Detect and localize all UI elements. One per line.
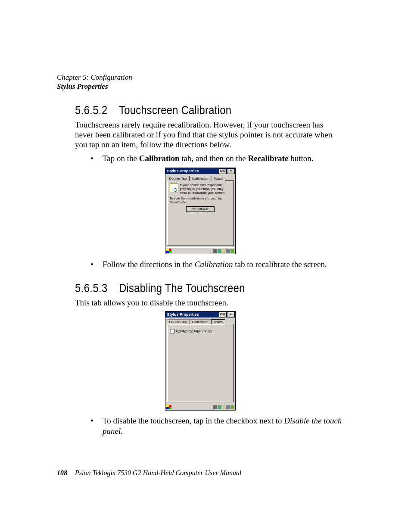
- term-calibration: Calibration: [139, 154, 180, 163]
- subsection-title: Touchscreen Calibration: [119, 104, 231, 117]
- stylus-properties-dialog-touch: Stylus Properties OK × Double-Tap Calibr…: [165, 311, 236, 411]
- system-tray: [213, 405, 234, 409]
- ok-button[interactable]: OK: [219, 168, 227, 174]
- tray-icon[interactable]: [222, 405, 226, 409]
- term-recalibrate: Recalibrate: [248, 154, 288, 163]
- bullet-item: Follow the directions in the Calibration…: [90, 259, 343, 270]
- system-tray: [213, 249, 234, 253]
- close-button[interactable]: ×: [227, 168, 235, 174]
- subsection-number: 5.6.5.2: [75, 104, 108, 117]
- tray-icon[interactable]: [230, 405, 234, 409]
- start-icon[interactable]: [166, 249, 171, 253]
- dialog-title-bar: Stylus Properties OK ×: [165, 168, 235, 174]
- dialog-title-bar: Stylus Properties OK ×: [165, 311, 235, 317]
- tab-touch[interactable]: Touch: [211, 176, 225, 181]
- tab-touch[interactable]: Touch: [211, 319, 225, 324]
- tray-icon[interactable]: [213, 249, 217, 253]
- intro-paragraph-1: Touchscreens rarely require recalibratio…: [75, 120, 343, 150]
- tab-panel: Disable the touch panel: [167, 324, 234, 402]
- tab-panel: If your device isn't responding properly…: [167, 180, 234, 246]
- ok-button[interactable]: OK: [219, 312, 227, 317]
- page-footer: 108 Psion Teklogix 7530 G2 Hand-Held Com…: [57, 469, 242, 477]
- subsection-heading-2: 5.6.5.3 Disabling The Touchscreen: [75, 282, 311, 295]
- taskbar: [165, 404, 235, 410]
- dialog-title: Stylus Properties: [167, 312, 199, 317]
- page-number: 108: [57, 469, 67, 476]
- section-label: Stylus Properties: [57, 82, 343, 91]
- tray-icon[interactable]: [218, 405, 221, 409]
- intro-paragraph-2: This tab allows you to disable the touch…: [75, 298, 343, 308]
- start-icon[interactable]: [166, 405, 171, 409]
- disable-touch-checkbox[interactable]: [170, 329, 174, 333]
- tray-icon[interactable]: [218, 249, 221, 253]
- subsection-heading-1: 5.6.5.2 Touchscreen Calibration: [75, 104, 311, 117]
- tab-double-tap[interactable]: Double-Tap: [167, 176, 190, 181]
- instruction-text: To start the recalibration process, tap …: [170, 197, 231, 204]
- tab-calibration[interactable]: Calibration: [189, 319, 211, 324]
- dialog-title: Stylus Properties: [167, 169, 199, 173]
- book-title: Psion Teklogix 7530 G2 Hand-Held Compute…: [75, 469, 242, 476]
- tab-double-tap[interactable]: Double-Tap: [167, 319, 190, 324]
- tray-icon[interactable]: [222, 249, 226, 253]
- chapter-label: Chapter 5: Configuration: [57, 73, 343, 82]
- term-calibration-italic: Calibration: [195, 260, 233, 269]
- subsection-title: Disabling The Touchscreen: [119, 282, 245, 295]
- stylus-properties-dialog-calibration: Stylus Properties OK × Double-Tap Calibr…: [165, 168, 236, 254]
- recalibrate-button[interactable]: Recalibrate: [186, 206, 215, 212]
- help-text: If your device isn't responding properly…: [180, 184, 231, 195]
- bullet-item: To disable the touchscreen, tap in the c…: [90, 416, 343, 436]
- tray-icon[interactable]: [226, 405, 230, 409]
- tray-icon[interactable]: [226, 249, 230, 253]
- close-button[interactable]: ×: [227, 312, 235, 317]
- bullet-item: Tap on the Calibration tab, and then on …: [90, 153, 343, 164]
- tray-icon[interactable]: [213, 405, 217, 409]
- tab-calibration[interactable]: Calibration: [189, 176, 211, 181]
- checkbox-label: Disable the touch panel: [176, 329, 212, 333]
- stylus-icon: [170, 184, 178, 193]
- taskbar: [165, 247, 235, 254]
- tray-icon[interactable]: [230, 249, 234, 253]
- subsection-number: 5.6.5.3: [75, 282, 108, 295]
